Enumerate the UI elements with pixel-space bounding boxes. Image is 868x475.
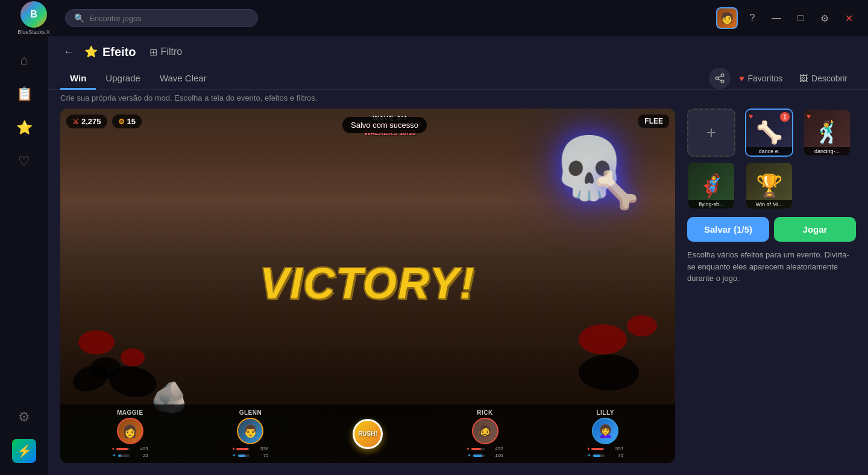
logo-text: BlueStacks X [17,29,50,35]
sp-icon-maggie: ✦ [112,453,116,458]
content-area: ← ⭐ Efeito ⊞ Filtro Win Upgrade Wave Cle… [48,36,868,475]
bluestacks-logo: B [20,1,47,28]
character-bar: MAGGIE 👩 ♦ 493 ✦ [60,404,675,463]
filter-label: Filtro [161,46,183,57]
tabs-row: Win Upgrade Wave Clear ♥ Favoritos 🖼 Des… [48,68,868,90]
sidebar-item-home[interactable]: ⌂ [10,46,39,75]
maggie-stats: ♦ 493 ✦ 25 [112,446,148,458]
sidebar-item-favorites[interactable]: ♡ [10,147,39,176]
effect-badge: 1 [780,112,790,122]
victory-area: VICTORY! [260,259,475,308]
svg-point-1 [715,77,719,80]
sp-icon-rick: ✦ [467,453,471,458]
hp-icon-lilly: ♦ [587,446,590,451]
search-bar[interactable]: 🔍 [65,9,258,27]
game-panel-row: ⚔ 2,275 ⚙ 15 WAVE 4/4 WALKERS 1 [48,109,868,475]
bluestacks-icon: ⚡ [12,439,36,463]
sp-icon-glenn: ✦ [232,453,236,458]
glenn-portrait: 👨 [237,418,263,444]
maximize-button[interactable]: □ [791,8,810,28]
nav-title: ⭐ Efeito [84,45,136,59]
rick-name: RICK [477,409,492,416]
effect-flying[interactable]: 🦸 flying-sh... [687,162,735,210]
hud-resources: ⚔ 2,275 ⚙ 15 [66,115,142,128]
svg-point-2 [721,80,724,83]
save-button[interactable]: Salvar (1/5) [687,217,769,242]
sidebar-item-effects[interactable]: ⭐ [10,113,39,142]
right-panel: + 🦴 ♥ 1 dance e. 🕺 [687,109,856,463]
action-buttons: Salvar (1/5) Jogar [687,217,856,242]
search-icon: 🔍 [74,13,84,23]
coin-value: 2,275 [81,117,101,126]
discover-icon: 🖼 [799,74,808,83]
user-avatar[interactable]: 🧑 [716,7,738,29]
coins-resource: ⚔ 2,275 [66,115,107,128]
minimize-button[interactable]: — [767,8,786,28]
discover-button[interactable]: 🖼 Descobrir [791,70,856,87]
title-bar: B BlueStacks X 🔍 🧑 ? — □ ⚙ ✕ [0,0,868,36]
top-nav: ← ⭐ Efeito ⊞ Filtro [48,36,868,68]
settings-window-button[interactable]: ⚙ [815,8,834,28]
char-rick: RICK 🧔 ♦ 452 ✦ [467,409,503,458]
hp-icon-glenn: ♦ [232,446,234,451]
sword-icon: ⚔ [72,118,79,126]
sidebar-item-library[interactable]: 📋 [10,80,39,109]
tab-wave-clear[interactable]: Wave Clear [150,68,216,90]
main-layout: ⌂ 📋 ⭐ ♡ ⚙ ⚡ ← ⭐ Efeito ⊞ Filtro Win Upgr… [0,36,868,475]
gear-value: 15 [127,117,136,126]
char-maggie: MAGGIE 👩 ♦ 493 ✦ [112,409,148,458]
win-effect-label: Win of Mi... [746,200,792,209]
dance-effect-label: dance e. [746,147,792,156]
gear-resource: ⚙ 15 [112,115,142,128]
lilly-stats: ♦ 553 ✦ 75 [587,446,623,458]
effect-win[interactable]: 🏆 Win of Mi... [745,162,793,210]
svg-point-0 [721,74,724,77]
heart-badge-dancing: ♥ [807,112,811,121]
rick-stats: ♦ 452 ✦ 100 [467,446,503,458]
victory-text: VICTORY! [260,259,475,308]
panel-description: Escolha vários efeitos para um evento. D… [687,249,856,285]
share-button[interactable] [709,68,731,89]
char-lilly: LILLY 👩‍🦱 ♦ 553 ✦ [587,409,623,458]
sp-icon-lilly: ✦ [587,453,591,458]
filter-button[interactable]: ⊞ Filtro [143,44,189,60]
favorites-button[interactable]: ♥ Favoritos [731,70,791,87]
flee-button[interactable]: FLEE [638,115,669,128]
play-button[interactable]: Jogar [774,217,856,242]
lilly-name: LILLY [596,409,614,416]
char-glenn: GLENN 👨 ♦ 538 ✦ [232,409,268,458]
game-screenshot: ⚔ 2,275 ⚙ 15 WAVE 4/4 WALKERS 1 [60,109,675,463]
effect-dancing[interactable]: 🕺 ♥ dancing-... [803,109,851,157]
filter-icon: ⊞ [149,46,157,58]
tab-win[interactable]: Win [60,68,96,90]
back-button[interactable]: ← [60,43,77,60]
maggie-name: MAGGIE [117,409,143,416]
add-effect-button[interactable]: + [687,109,735,157]
save-notification: Salvo com sucesso [342,117,427,133]
hp-icon-maggie: ♦ [112,446,115,451]
effects-grid: + 🦴 ♥ 1 dance e. 🕺 [687,109,856,210]
search-input[interactable] [89,14,249,23]
svg-line-3 [719,79,722,81]
discover-label: Descobrir [811,74,848,83]
sidebar-bottom[interactable]: ⚡ [10,436,39,465]
subtitle: Crie sua própria versão do mod. Escolha … [48,90,868,109]
page-title: Efeito [102,45,136,59]
rush-button[interactable]: RUSH! [353,419,383,449]
heart-icon: ♥ [739,74,744,83]
dancing-effect-label: dancing-... [804,147,850,156]
rick-portrait: 🧔 [472,418,498,444]
heart-badge-dance: ♥ [749,112,753,121]
sidebar: ⌂ 📋 ⭐ ♡ ⚙ ⚡ [0,36,48,475]
hp-icon-rick: ♦ [467,446,470,451]
tab-upgrade[interactable]: Upgrade [96,68,150,90]
help-button[interactable]: ? [743,8,762,28]
svg-line-4 [719,76,722,78]
favorites-label: Favoritos [748,74,783,83]
sidebar-item-settings[interactable]: ⚙ [10,403,39,432]
close-button[interactable]: ✕ [839,8,858,28]
titlebar-actions: 🧑 ? — □ ⚙ ✕ [716,7,858,29]
maggie-portrait: 👩 [117,418,143,444]
effect-dance[interactable]: 🦴 ♥ 1 dance e. [745,109,793,157]
gear-hud-icon: ⚙ [118,118,125,126]
